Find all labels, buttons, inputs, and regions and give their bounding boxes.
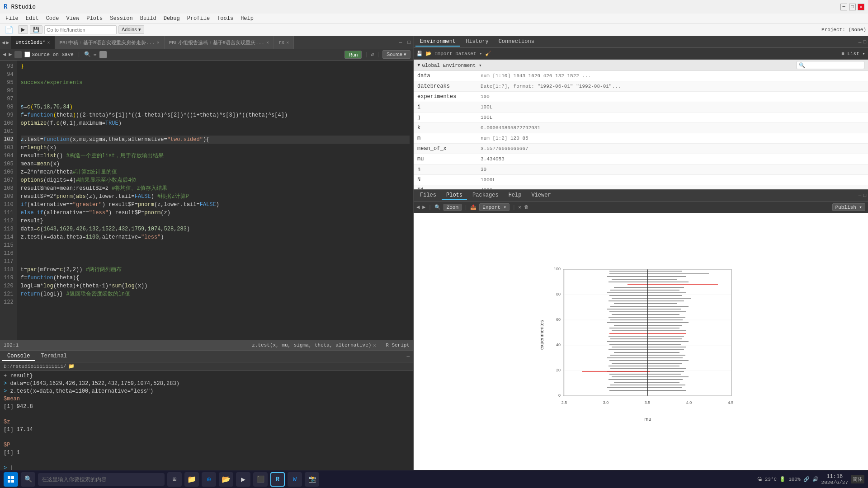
tab-viewer[interactable]: Viewer — [527, 191, 555, 200]
edge-button[interactable]: ⊕ — [202, 472, 216, 487]
clear-icon[interactable]: 🧹 — [485, 51, 491, 56]
edit-icon[interactable]: ✏ — [94, 51, 97, 58]
nav-back[interactable]: ◀ — [2, 39, 5, 46]
source-button[interactable]: Source ▾ — [382, 50, 410, 59]
go-to-file-input[interactable] — [44, 25, 117, 34]
clock[interactable]: 11:16 2020/6/27 — [821, 474, 848, 485]
close-tab-pbl2[interactable]: ✕ — [266, 40, 269, 45]
tab-connections[interactable]: Connections — [494, 38, 539, 47]
delete-all-icon[interactable]: 🗑 — [524, 204, 529, 210]
minimize-plot[interactable]: — — [859, 193, 862, 198]
menu-file[interactable]: File — [2, 14, 22, 23]
maximize-env[interactable]: □ — [863, 39, 866, 45]
delete-icon[interactable]: ✕ — [518, 204, 521, 210]
menu-build[interactable]: Build — [137, 14, 160, 23]
tab-packages[interactable]: Packages — [468, 191, 503, 200]
menu-plots[interactable]: Plots — [83, 14, 106, 23]
addins-button[interactable]: Addins ▾ — [118, 25, 144, 34]
console-line-3: > z.test(x=data,theta=1100,alternative="… — [4, 388, 410, 395]
word-button[interactable]: W — [288, 472, 302, 487]
save-env-icon[interactable]: 💾 — [416, 51, 423, 56]
file-icon — [14, 51, 22, 58]
expand-icon[interactable]: ▼ — [417, 62, 420, 68]
folder-button[interactable]: 📂 — [219, 472, 233, 487]
publish-button[interactable]: Publish ▾ — [832, 203, 865, 211]
tab-plots[interactable]: Plots — [442, 191, 467, 200]
editor-nav-back[interactable]: ◀ — [3, 51, 6, 58]
tab-rx[interactable]: rx ✕ — [274, 36, 294, 49]
maximize-plot[interactable]: □ — [863, 193, 866, 198]
video-button[interactable]: ▶ — [236, 472, 250, 487]
start-button[interactable] — [4, 472, 18, 487]
plot-back[interactable]: ◀ — [416, 204, 420, 211]
format-icon[interactable] — [99, 51, 107, 58]
menu-help[interactable]: Help — [237, 14, 257, 23]
tab-environment[interactable]: Environment — [415, 38, 460, 47]
nav-forward[interactable]: ▶ — [6, 39, 9, 46]
tab-files[interactable]: Files — [415, 191, 441, 200]
close-tab-pbl1[interactable]: ✕ — [157, 40, 160, 45]
taskbar-search[interactable] — [38, 473, 165, 486]
search-button[interactable]: 🔍 — [21, 472, 35, 487]
tab-help[interactable]: Help — [504, 191, 526, 200]
source-on-save-checkbox[interactable] — [24, 52, 30, 57]
env-row: j100L — [414, 113, 868, 123]
code-editor[interactable]: } success/experiments s=c(75,18,70,34) f… — [17, 61, 413, 340]
code-line-117 — [21, 258, 410, 266]
re-run-icon[interactable]: ↺ — [371, 51, 374, 58]
tab-pbl2[interactable]: PBL小组报告选稿：基于R语言实现重庆... ✕ — [165, 36, 274, 49]
minimize-env[interactable]: — — [859, 39, 862, 45]
svg-text:4.0: 4.0 — [686, 400, 692, 405]
editor-toolbar: ◀ ▶ Source on Save | 🔍 ✏ Run | ↺ | Sourc… — [0, 49, 413, 61]
tab-untitled1[interactable]: Untitled1* ✕ — [11, 36, 55, 49]
menu-code[interactable]: Code — [42, 14, 63, 23]
editor-panel: ◀ ▶ Untitled1* ✕ PBL中稿：基于R语言实现重庆房价走势... … — [0, 36, 414, 470]
open-button[interactable]: ▶ — [18, 25, 28, 34]
import-dataset-button[interactable]: Import Dataset ▾ — [434, 51, 482, 56]
project-label: Project: (None) — [821, 27, 866, 33]
input-method[interactable]: 简体 — [851, 475, 864, 483]
code-area[interactable]: 93 94 95 96 97 98 99 100 101 102 103 104… — [0, 61, 413, 340]
source-on-save-label[interactable]: Source on Save — [24, 52, 73, 57]
battery-level: 100% — [788, 477, 800, 482]
find-icon[interactable]: 🔍 — [84, 51, 91, 58]
menu-view[interactable]: View — [62, 14, 83, 23]
r-button[interactable]: R — [270, 472, 285, 487]
list-button[interactable]: ≡ List ▾ — [841, 51, 865, 56]
close-tab-untitled1[interactable]: ✕ — [47, 40, 50, 45]
plot-forward[interactable]: ▶ — [422, 204, 425, 211]
code-line-118: t=par(mfrow=c(2,2)) #两行两列画布 — [21, 266, 410, 274]
maximize-button[interactable]: □ — [849, 4, 856, 10]
task-view-button[interactable]: ⊞ — [167, 472, 182, 487]
plot-display: experimentes mu 0 20 40 60 80 100 — [414, 213, 868, 470]
console-output[interactable]: + result} > data=c(1643,1629,426,132,152… — [0, 371, 413, 470]
zoom-button[interactable]: Zoom — [443, 204, 462, 211]
minimize-editor[interactable]: — — [396, 40, 405, 45]
menu-session[interactable]: Session — [106, 14, 136, 23]
terminal-button[interactable]: ⬛ — [253, 472, 268, 487]
export-button[interactable]: Export ▾ — [479, 203, 509, 211]
close-button[interactable]: ✕ — [858, 4, 864, 10]
run-button[interactable]: Run — [344, 51, 362, 59]
load-env-icon[interactable]: 📂 — [425, 51, 432, 56]
save-button[interactable]: 💾 — [30, 25, 42, 34]
maximize-editor[interactable]: □ — [405, 40, 413, 45]
minimize-button[interactable]: ─ — [840, 4, 847, 10]
tab-terminal[interactable]: Terminal — [35, 352, 72, 361]
new-file-button[interactable]: 📄 — [2, 24, 16, 35]
photo-button[interactable]: 📸 — [305, 472, 319, 487]
menu-tools[interactable]: Tools — [213, 14, 237, 23]
date: 2020/6/27 — [821, 480, 848, 485]
line-numbers: 93 94 95 96 97 98 99 100 101 102 103 104… — [0, 61, 17, 340]
menu-profile[interactable]: Profile — [184, 14, 213, 23]
env-search[interactable] — [797, 61, 864, 69]
editor-nav-forward[interactable]: ▶ — [9, 51, 12, 58]
close-tab-rx[interactable]: ✕ — [286, 40, 289, 45]
tab-history[interactable]: History — [461, 38, 493, 47]
minimize-console[interactable]: — — [406, 354, 411, 359]
menu-debug[interactable]: Debug — [160, 14, 184, 23]
menu-edit[interactable]: Edit — [22, 14, 42, 23]
tab-console[interactable]: Console — [2, 352, 35, 361]
tab-pbl1[interactable]: PBL中稿：基于R语言实现重庆房价走势... ✕ — [55, 36, 165, 49]
file-explorer-button[interactable]: 📁 — [184, 472, 199, 487]
